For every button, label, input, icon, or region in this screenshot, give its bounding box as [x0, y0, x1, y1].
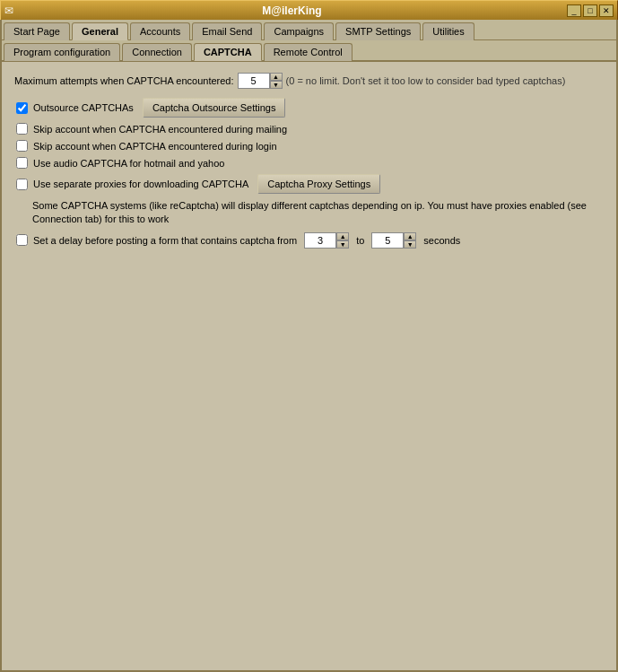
tab-general[interactable]: General — [72, 22, 128, 40]
title-bar-text: M@ilerKing — [17, 4, 567, 17]
delay-from-down-btn[interactable]: ▼ — [336, 240, 349, 249]
audio-captcha-label[interactable]: Use audio CAPTCHA for hotmail and yahoo — [33, 158, 224, 169]
content-area: Maximum attempts when CAPTCHA encountere… — [2, 62, 616, 265]
outsource-settings-button[interactable]: Captcha Outsource Settings — [143, 98, 286, 118]
info-text-block: Some CAPTCHA systems (like reCaptcha) wi… — [32, 199, 604, 227]
tab-row-1: Start Page General Accounts Email Send C… — [2, 20, 616, 40]
close-button[interactable]: ✕ — [599, 4, 614, 17]
tab-smtp-settings[interactable]: SMTP Settings — [335, 22, 421, 40]
main-window: Start Page General Accounts Email Send C… — [0, 20, 618, 672]
delay-from-spinner: ▲ ▼ — [304, 232, 349, 249]
tab-program-config[interactable]: Program configuration — [4, 43, 120, 61]
outsource-captcha-label[interactable]: Outsource CAPTCHAs — [33, 102, 134, 113]
skip-login-row: Skip account when CAPTCHA encountered du… — [14, 140, 604, 152]
title-bar-controls: _ □ ✕ — [567, 4, 614, 17]
tab-captcha[interactable]: CAPTCHA — [194, 43, 262, 61]
maximize-button[interactable]: □ — [583, 4, 597, 17]
audio-captcha-row: Use audio CAPTCHA for hotmail and yahoo — [14, 157, 604, 169]
separate-proxies-label[interactable]: Use separate proxies for downloading CAP… — [33, 179, 248, 189]
skip-login-label[interactable]: Skip account when CAPTCHA encountered du… — [33, 141, 277, 152]
delay-to-up-btn[interactable]: ▲ — [404, 232, 416, 240]
skip-mailing-row: Skip account when CAPTCHA encountered du… — [14, 123, 604, 135]
title-bar-icon: ✉ — [4, 4, 13, 17]
title-bar: ✉ M@ilerKing _ □ ✕ — [0, 0, 618, 20]
tab-utilities[interactable]: Utilities — [422, 22, 474, 40]
max-attempts-input[interactable] — [238, 73, 270, 89]
delay-row: Set a delay before posting a form that c… — [14, 232, 604, 249]
delay-from-up-btn[interactable]: ▲ — [336, 232, 349, 240]
delay-label[interactable]: Set a delay before posting a form that c… — [33, 235, 297, 246]
delay-seconds-label: seconds — [423, 235, 460, 246]
delay-from-input[interactable] — [304, 232, 336, 249]
max-attempts-spinner: ▲ ▼ — [238, 73, 283, 89]
tab-email-send[interactable]: Email Send — [192, 22, 262, 40]
outsource-captcha-checkbox[interactable] — [16, 102, 28, 114]
delay-to-spinner-btns: ▲ ▼ — [404, 232, 416, 249]
tab-start-page[interactable]: Start Page — [4, 22, 70, 40]
max-attempts-hint: (0 = no limit. Don't set it too low to c… — [286, 75, 566, 86]
skip-mailing-label[interactable]: Skip account when CAPTCHA encountered du… — [33, 124, 287, 135]
delay-to-input[interactable] — [371, 232, 404, 249]
info-text-2: Connection tab) for this to work — [32, 214, 169, 224]
separate-proxies-checkbox[interactable] — [16, 179, 28, 190]
separate-proxies-row: Use separate proxies for downloading CAP… — [14, 174, 604, 194]
tab-connection[interactable]: Connection — [122, 43, 192, 61]
delay-to-spinner: ▲ ▼ — [371, 232, 416, 249]
tab-row-2: Program configuration Connection CAPTCHA… — [2, 40, 616, 62]
max-attempts-up-btn[interactable]: ▲ — [270, 73, 283, 81]
tab-campaigns[interactable]: Campaigns — [264, 22, 334, 40]
audio-captcha-checkbox[interactable] — [16, 157, 28, 169]
tab-accounts[interactable]: Accounts — [130, 22, 190, 40]
max-attempts-row: Maximum attempts when CAPTCHA encountere… — [14, 73, 604, 89]
skip-login-checkbox[interactable] — [16, 140, 28, 152]
delay-to-label: to — [356, 235, 364, 246]
captcha-proxy-settings-button[interactable]: Captcha Proxy Settings — [257, 174, 380, 194]
delay-checkbox[interactable] — [16, 234, 28, 246]
tab-remote-control[interactable]: Remote Control — [264, 43, 353, 61]
skip-mailing-checkbox[interactable] — [16, 123, 28, 135]
delay-to-down-btn[interactable]: ▼ — [404, 240, 416, 249]
info-text-1: Some CAPTCHA systems (like reCaptcha) wi… — [32, 200, 587, 211]
max-attempts-label: Maximum attempts when CAPTCHA encountere… — [14, 75, 234, 86]
minimize-button[interactable]: _ — [567, 4, 581, 17]
outsource-captcha-row: Outsource CAPTCHAs Captcha Outsource Set… — [14, 98, 604, 118]
max-attempts-spinner-btns: ▲ ▼ — [270, 73, 283, 89]
max-attempts-down-btn[interactable]: ▼ — [270, 81, 283, 89]
delay-from-spinner-btns: ▲ ▼ — [336, 232, 349, 249]
